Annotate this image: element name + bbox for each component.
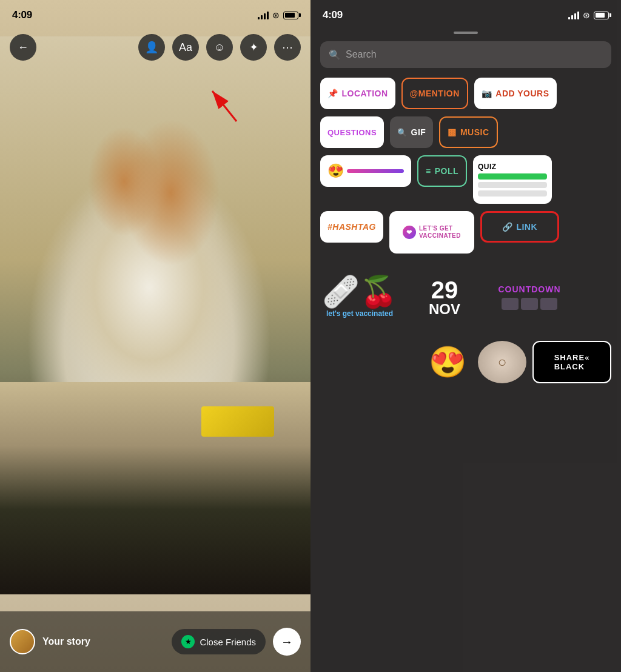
portrait-button[interactable]: 👤 bbox=[138, 34, 165, 61]
love-emoji-icon: 😍 bbox=[429, 344, 466, 380]
sticker-gif[interactable]: 🔍 GIF bbox=[390, 116, 433, 148]
handle-bar bbox=[454, 32, 478, 34]
face-button[interactable]: ☺ bbox=[206, 34, 233, 61]
close-friends-label: Close Friends bbox=[200, 637, 256, 647]
status-icons-right: ⊛ bbox=[568, 10, 609, 20]
cat-photo bbox=[0, 36, 310, 594]
countdown-box-2 bbox=[521, 298, 538, 310]
back-icon: ← bbox=[18, 41, 29, 54]
svg-line-1 bbox=[212, 91, 237, 121]
camera-icon: 📷 bbox=[482, 89, 492, 98]
sticker-share[interactable]: SHARE«BLACK bbox=[532, 341, 611, 383]
quiz-empty-bar bbox=[478, 190, 547, 197]
more-button[interactable]: ⋯ bbox=[274, 34, 301, 61]
portrait-icon: 👤 bbox=[145, 41, 158, 54]
send-icon: → bbox=[281, 635, 293, 649]
sticker-link[interactable]: 🔗 LINK bbox=[480, 211, 559, 243]
sticker-mention[interactable]: @MENTION bbox=[401, 78, 468, 109]
more-icon: ⋯ bbox=[282, 41, 293, 54]
status-bar-right: 4:09 ⊛ bbox=[310, 0, 621, 30]
slider-track bbox=[347, 169, 404, 173]
link-icon: 🔗 bbox=[502, 222, 513, 232]
send-button[interactable]: → bbox=[273, 628, 301, 656]
sticker-row-3: 😍 ≡ POLL QUIZ bbox=[320, 155, 611, 204]
sticker-countdown[interactable]: COUNTDOWN bbox=[490, 273, 569, 321]
sticker-emoji-slider[interactable]: 😍 bbox=[320, 155, 411, 187]
sticker-row-5: 🩹🍒 let's get vaccinated 29 NOV COUNTDOWN bbox=[320, 261, 611, 334]
slider-emoji: 😍 bbox=[327, 163, 344, 179]
sparkle-button[interactable]: ✦ bbox=[240, 34, 267, 61]
sticker-location[interactable]: 📌 LOCATION bbox=[320, 78, 395, 109]
sticker-row-2: QUESTIONS 🔍 GIF ▩ MUSIC bbox=[320, 116, 611, 148]
date-text: 29 bbox=[431, 278, 458, 302]
love-emoji-sticker[interactable]: 😍 bbox=[423, 341, 472, 383]
text-button[interactable]: Aa bbox=[172, 34, 199, 61]
countdown-box-1 bbox=[502, 298, 519, 310]
vaccinated-label: LET'S GETVACCINATED bbox=[419, 225, 461, 240]
sticker-hashtag[interactable]: #HASHTAG bbox=[320, 211, 383, 243]
sticker-row-1: 📌 LOCATION @MENTION 📷 ADD YOURS bbox=[320, 78, 611, 109]
avatar bbox=[10, 629, 35, 654]
close-friends-button[interactable]: ★ Close Friends bbox=[172, 629, 266, 654]
left-panel: 4:09 ⊛ ← 👤 Aa ☺ ✦ ⋯ bbox=[0, 0, 310, 672]
status-icons-left: ⊛ bbox=[258, 10, 298, 20]
text-icon: Aa bbox=[179, 41, 192, 54]
sticker-row-6: 😍 ○ SHARE«BLACK bbox=[320, 341, 611, 383]
red-arrow bbox=[194, 79, 243, 127]
desk-area bbox=[0, 382, 310, 594]
quiz-label: QUIZ bbox=[478, 163, 497, 171]
vaccinated-top: ❤ LET'S GETVACCINATED bbox=[403, 225, 461, 240]
bottom-bar: Your story ★ Close Friends → bbox=[0, 611, 310, 672]
poll-lines-icon: ≡ bbox=[426, 166, 431, 176]
search-placeholder: Search bbox=[346, 49, 377, 60]
countdown-boxes bbox=[502, 298, 557, 310]
sticker-vaccinated[interactable]: ❤ LET'S GETVACCINATED bbox=[389, 211, 474, 254]
quiz-correct-bar bbox=[478, 173, 547, 180]
vaccinated-sticker-text: let's get vaccinated bbox=[326, 309, 393, 318]
share-label: SHARE«BLACK bbox=[554, 353, 590, 371]
your-story-label: Your story bbox=[42, 636, 164, 647]
sticker-row-4: #HASHTAG ❤ LET'S GETVACCINATED 🔗 LINK bbox=[320, 211, 611, 254]
green-star-icon: ★ bbox=[181, 635, 195, 648]
wifi-icon-right: ⊛ bbox=[583, 10, 590, 20]
countdown-box-3 bbox=[540, 298, 557, 310]
search-gif-icon: 🔍 bbox=[397, 128, 408, 137]
back-button[interactable]: ← bbox=[10, 34, 36, 61]
sticker-questions[interactable]: QUESTIONS bbox=[320, 116, 384, 148]
sparkle-icon: ✦ bbox=[249, 41, 258, 54]
circle-sticker[interactable]: ○ bbox=[478, 341, 526, 383]
battery-right bbox=[594, 12, 609, 19]
status-bar-left: 4:09 ⊛ bbox=[0, 0, 310, 30]
search-icon: 🔍 bbox=[329, 49, 341, 61]
top-toolbar: ← 👤 Aa ☺ ✦ ⋯ bbox=[0, 29, 310, 66]
signal-icon-right bbox=[568, 11, 579, 19]
right-panel: 4:09 ⊛ 🔍 Search 📌 LOCATION @MENTION bbox=[310, 0, 621, 672]
stickers-container: 📌 LOCATION @MENTION 📷 ADD YOURS QUESTION… bbox=[320, 78, 611, 672]
yellow-package bbox=[201, 406, 274, 437]
circle-icon: ○ bbox=[498, 354, 507, 371]
time-right: 4:09 bbox=[323, 9, 343, 21]
countdown-label: COUNTDOWN bbox=[498, 284, 560, 294]
sticker-quiz[interactable]: QUIZ bbox=[473, 155, 552, 204]
face-icon: ☺ bbox=[214, 41, 225, 54]
time-left: 4:09 bbox=[12, 9, 32, 21]
quiz-wrong-bar bbox=[478, 182, 547, 188]
sticker-addyours[interactable]: 📷 ADD YOURS bbox=[474, 78, 557, 109]
battery-left bbox=[283, 12, 298, 19]
wifi-icon-left: ⊛ bbox=[272, 10, 280, 20]
sticker-vaccinated-animated[interactable]: 🩹🍒 let's get vaccinated bbox=[320, 261, 399, 334]
month-text: NOV bbox=[429, 302, 460, 317]
signal-icon-left bbox=[258, 11, 269, 19]
location-pin-icon: 📌 bbox=[327, 89, 338, 98]
sticker-poll[interactable]: ≡ POLL bbox=[417, 155, 467, 187]
sticker-music[interactable]: ▩ MUSIC bbox=[439, 116, 497, 148]
search-bar[interactable]: 🔍 Search bbox=[320, 41, 611, 68]
sticker-date[interactable]: 29 NOV bbox=[405, 273, 484, 321]
heart-icon: ❤ bbox=[403, 226, 416, 239]
bandage-flower-emoji: 🩹🍒 bbox=[322, 277, 397, 307]
music-bars-icon: ▩ bbox=[448, 127, 457, 138]
